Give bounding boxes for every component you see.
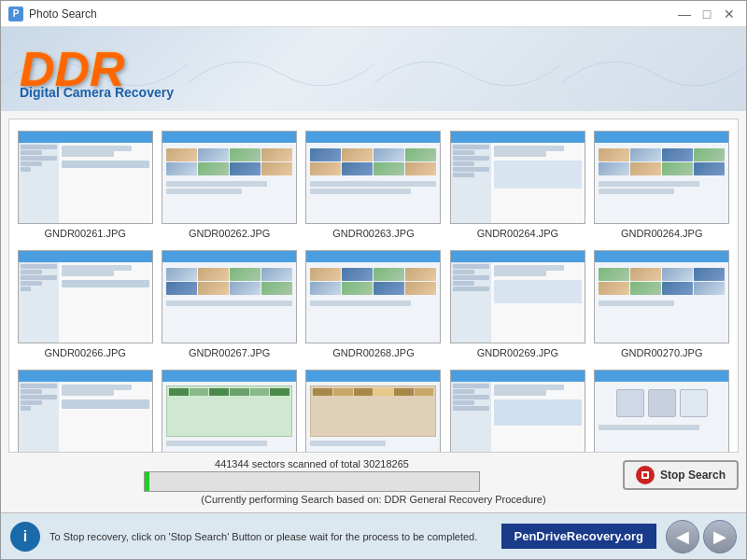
maximize-button[interactable]: □ [698,5,716,23]
photo-thumbnail [594,250,729,343]
title-bar: P Photo Search — □ ✕ [1,1,746,27]
list-item[interactable]: GNDR00267.JPG [157,243,301,362]
photo-thumbnail [594,370,729,453]
close-button[interactable]: ✕ [720,5,739,23]
photo-thumbnail [450,131,585,224]
photo-thumbnail [18,250,153,343]
list-item[interactable]: GNDR00269.JPG [445,243,589,362]
main-window: P Photo Search — □ ✕ DDR Digital Camera … [0,0,747,560]
photo-thumbnail [450,370,585,453]
list-item[interactable]: GNDR00274.JPG [590,362,734,453]
nav-arrows: ◀ ▶ [666,520,737,553]
photo-label: GNDR00266.JPG [44,347,125,358]
photo-thumbnail [450,250,585,343]
photo-label: GNDR00262.JPG [189,228,270,239]
photo-label: GNDR00264.JPG [621,228,702,239]
list-item[interactable]: GNDR00266.JPG [13,243,157,362]
photo-thumbnail [162,370,297,453]
photo-grid: GNDR00261.JPG [9,119,738,453]
window-controls: — □ ✕ [675,5,739,23]
photo-thumbnail [305,250,441,343]
bottom-message: To Stop recovery, click on 'Stop Search'… [49,531,492,542]
photo-label: GNDR00269.JPG [477,347,558,358]
forward-arrow-button[interactable]: ▶ [703,520,737,553]
stop-icon [636,466,655,484]
progress-wrapper: 441344 sectors scanned of total 30218265… [8,458,739,492]
photo-label: GNDR00261.JPG [44,228,125,239]
stop-search-button[interactable]: Stop Search [623,460,739,490]
list-item[interactable]: GNDR00264.JPG [590,123,734,243]
photo-thumbnail [162,250,297,343]
stop-icon-inner [641,471,649,479]
list-item[interactable]: GNDR00271.JPG [13,362,157,453]
list-item[interactable]: GNDR00268.JPG [302,243,445,362]
photo-thumbnail [305,131,441,224]
header-banner: DDR Digital Camera Recovery [1,27,746,111]
photo-label: GNDR00263.JPG [332,228,414,239]
photo-label: GNDR00267.JPG [189,347,270,358]
list-item[interactable]: GNDR00273.JPG [302,362,445,453]
main-content: GNDR00261.JPG [1,111,746,512]
progress-bar [144,471,480,492]
photo-thumbnail [594,131,729,224]
photo-thumbnail [18,370,153,453]
list-item[interactable]: GNDR00261.JPG [13,123,157,243]
photo-label: GNDR00270.JPG [621,347,702,358]
list-item[interactable]: GNDR00262.JPG [157,123,301,243]
photo-label: GNDR00264.JPG [477,228,558,239]
window-title: Photo Search [29,7,97,21]
bottom-bar: i To Stop recovery, click on 'Stop Searc… [1,512,746,559]
list-item[interactable]: GNDR00264.JPG [445,123,589,243]
photo-thumbnail [305,370,441,453]
app-icon: P [8,7,23,21]
list-item[interactable]: GNDR00274.JPG [445,362,589,453]
status-area: 441344 sectors scanned of total 30218265… [8,458,739,505]
photo-thumbnail [18,131,153,224]
list-item[interactable]: GNDR00270.JPG [590,243,734,362]
website-badge: PenDriveRecovery.org [501,524,657,549]
sector-info: 441344 sectors scanned of total 30218265 [215,458,409,469]
list-item[interactable]: GNDR00272.JPG [157,362,301,453]
photo-thumbnail [162,131,297,224]
info-icon: i [10,522,40,552]
app-tagline: Digital Camera Recovery [20,85,174,100]
minimize-button[interactable]: — [675,5,694,23]
back-arrow-button[interactable]: ◀ [666,520,699,553]
title-bar-left: P Photo Search [8,7,97,21]
list-item[interactable]: GNDR00263.JPG [302,123,445,243]
procedure-info: (Currently performing Search based on: D… [8,494,739,505]
photo-grid-container[interactable]: GNDR00261.JPG [8,119,739,453]
progress-fill [145,472,149,491]
stop-button-label: Stop Search [660,469,726,482]
photo-label: GNDR00268.JPG [332,347,414,358]
